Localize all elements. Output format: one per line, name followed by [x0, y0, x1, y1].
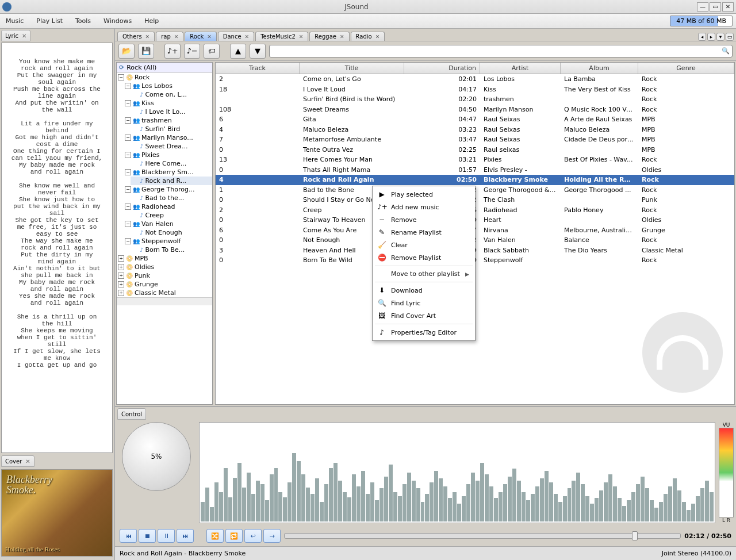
tab-maximize-icon[interactable]: ▭: [726, 33, 734, 41]
tree-song[interactable]: ♪ Here Come...: [131, 159, 212, 168]
context-menu-item[interactable]: 🔍Find Lyric: [373, 297, 475, 309]
playlist-tab-rock[interactable]: Rock✕: [185, 32, 216, 41]
tab-scroll-right-icon[interactable]: ▸: [707, 33, 715, 41]
tab-scroll-left-icon[interactable]: ◂: [698, 33, 706, 41]
move-down-button[interactable]: ▼: [250, 44, 266, 59]
tab-close-icon[interactable]: ✕: [340, 34, 344, 40]
tree-song[interactable]: ♪ Surfin' Bird: [131, 125, 212, 133]
table-row[interactable]: 18I Love It Loud04:17KissThe Very Best o…: [216, 85, 734, 95]
tree-artist[interactable]: −👥 Steppenwolf: [124, 237, 212, 246]
save-button[interactable]: 💾: [138, 44, 154, 59]
menu-playlist[interactable]: Play List: [34, 16, 65, 26]
context-menu-item[interactable]: 🖼Find Cover Art: [373, 309, 475, 322]
remove-music-button[interactable]: ♪−: [184, 44, 200, 59]
menu-help[interactable]: Help: [142, 16, 161, 26]
table-row[interactable]: 4Maluco Beleza03:23Raul SeixasMaluco Bel…: [216, 125, 734, 135]
table-row[interactable]: 108Sweet Dreams04:50Marilyn MansonQ Musi…: [216, 105, 734, 115]
table-row[interactable]: 13Here Comes Your Man03:21PixiesBest Of …: [216, 155, 734, 165]
context-menu-item[interactable]: Move to other playlist▶: [373, 268, 475, 280]
tree-song[interactable]: ♪ I Love It Lo...: [131, 108, 212, 116]
lyric-tab[interactable]: Lyric ✕: [1, 30, 30, 41]
search-input[interactable]: [272, 48, 722, 55]
table-row[interactable]: 4Rock and Roll Again02:50Blackberry Smok…: [216, 175, 734, 185]
maximize-button[interactable]: ▭: [710, 2, 721, 11]
tree-artist[interactable]: −👥 Marilyn Manso...: [124, 133, 212, 142]
tree-artist[interactable]: −👥 Pixies: [124, 151, 212, 159]
tree-artist[interactable]: −👥 Van Halen: [124, 220, 212, 228]
minimize-button[interactable]: —: [697, 2, 708, 11]
tree-artist[interactable]: −👥 Radiohead: [124, 202, 212, 211]
tree-song[interactable]: ♪ Sweet Drea...: [131, 142, 212, 151]
table-row[interactable]: Surfin' Bird (Bird is the Word)02:20tras…: [216, 94, 734, 105]
table-row[interactable]: 2Come on, Let's Go02:01Los LobosLa Bamba…: [216, 74, 734, 85]
continue-button[interactable]: →: [263, 529, 281, 543]
tree-song[interactable]: ♪ Not Enough: [131, 228, 212, 237]
context-menu-item[interactable]: ✎Rename Playlist: [373, 226, 475, 239]
control-tab[interactable]: Control: [117, 408, 146, 420]
tree-genre[interactable]: +📀 MPB: [117, 254, 212, 263]
open-folder-button[interactable]: 📂: [118, 44, 135, 59]
stop-button[interactable]: ⏹: [139, 529, 156, 543]
tree-song[interactable]: ♪ Bad to the...: [131, 194, 212, 202]
tree-root[interactable]: −📀 Rock: [117, 73, 212, 82]
tree-song[interactable]: ♪ Come on, L...: [131, 90, 212, 99]
context-menu-item[interactable]: 🧹Clear: [373, 239, 475, 251]
tree-artist[interactable]: −👥 George Thorog...: [124, 185, 212, 194]
menu-music[interactable]: Music: [3, 16, 26, 26]
tree-horizontal-scrollbar[interactable]: [117, 297, 212, 305]
table-row[interactable]: 0Thats All Right Mama01:57Elvis Presley …: [216, 165, 734, 175]
tree-song[interactable]: ♪ Creep: [131, 211, 212, 220]
tab-list-icon[interactable]: ▾: [716, 33, 724, 41]
tree-genre[interactable]: +📀 Punk: [117, 271, 212, 280]
next-button[interactable]: ⏭: [177, 529, 194, 543]
back-skip-button[interactable]: ↩: [244, 529, 262, 543]
lyric-tab-close-icon[interactable]: ✕: [22, 33, 26, 39]
playlist-tab-testemusic2[interactable]: TesteMusic2✕: [255, 32, 308, 41]
table-row[interactable]: 0Tente Outra Vez02:25Raul seixasMPB: [216, 145, 734, 155]
pause-button[interactable]: ⏸: [158, 529, 175, 543]
context-menu-item[interactable]: ⬇Download: [373, 284, 475, 297]
menu-tools[interactable]: Tools: [73, 16, 93, 26]
playlist-tab-rap[interactable]: rap✕: [156, 32, 183, 41]
volume-dial[interactable]: 5%: [122, 422, 191, 491]
col-title[interactable]: Title: [300, 63, 404, 74]
playlist-tab-dance[interactable]: Dance✕: [218, 32, 254, 41]
context-menu-item[interactable]: ♪Properties/Tag Editor: [373, 326, 475, 339]
move-up-button[interactable]: ▲: [230, 44, 246, 59]
playlist-tab-others[interactable]: Others✕: [117, 32, 155, 41]
cover-tab[interactable]: Cover ✕: [1, 455, 34, 467]
context-menu-item[interactable]: −Remove: [373, 213, 475, 226]
repeat-button[interactable]: 🔁: [225, 529, 243, 543]
tree-genre[interactable]: +📀 Grunge: [117, 280, 212, 289]
col-duration[interactable]: Duration: [404, 63, 480, 74]
col-artist[interactable]: Artist: [480, 63, 561, 74]
tree-song[interactable]: ♪ Rock and R...: [131, 177, 212, 185]
close-button[interactable]: ✕: [722, 2, 734, 11]
context-menu-item[interactable]: ♪+Add new music: [373, 201, 475, 213]
tab-close-icon[interactable]: ✕: [299, 34, 304, 40]
seek-slider[interactable]: [284, 533, 681, 539]
playlist-tab-radio[interactable]: Radio✕: [351, 32, 385, 41]
tree-genre[interactable]: +📀 Oldies: [117, 263, 212, 271]
prev-button[interactable]: ⏮: [120, 529, 137, 543]
table-row[interactable]: 7Metamorfose Ambulante03:47Raul SeixasCi…: [216, 135, 734, 145]
tab-close-icon[interactable]: ✕: [145, 34, 150, 40]
context-menu-item[interactable]: ▶Play selected: [373, 188, 475, 201]
tab-close-icon[interactable]: ✕: [207, 34, 212, 40]
tree-pane[interactable]: ⟳ Rock (All) −📀 Rock−👥 Los Lobos♪ Come o…: [116, 62, 213, 405]
tab-close-icon[interactable]: ✕: [174, 34, 179, 40]
shuffle-button[interactable]: 🔀: [206, 529, 224, 543]
tab-close-icon[interactable]: ✕: [375, 34, 380, 40]
tree-artist[interactable]: −👥 Los Lobos: [124, 82, 212, 90]
col-album[interactable]: Album: [561, 63, 638, 74]
tree-artist[interactable]: −👥 Blackberry Sm...: [124, 168, 212, 177]
tree-genre[interactable]: +📀 Classic Metal: [117, 289, 212, 297]
col-track[interactable]: Track: [216, 63, 300, 74]
tab-close-icon[interactable]: ✕: [245, 34, 250, 40]
cover-tab-close-icon[interactable]: ✕: [25, 458, 30, 465]
search-icon[interactable]: 🔍: [722, 47, 730, 55]
table-row[interactable]: 6Gita04:47Raul SeixasA Arte de Raul Seix…: [216, 114, 734, 125]
seek-thumb[interactable]: [632, 531, 638, 540]
refresh-icon[interactable]: ⟳: [119, 64, 124, 71]
search-box[interactable]: 🔍: [269, 45, 733, 57]
